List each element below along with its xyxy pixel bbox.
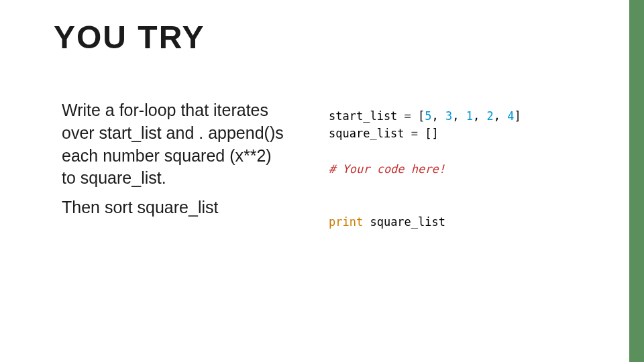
slide: YOU TRY Write a for-loop that iterates o…	[0, 0, 644, 362]
code-number: 2	[487, 109, 494, 123]
code-operator: =	[405, 127, 425, 140]
code-identifier: square_list	[363, 215, 445, 229]
body-paragraph-2: Then sort square_list	[62, 196, 290, 219]
code-bracket: [	[425, 127, 431, 140]
slide-body: Write a for-loop that iterates over star…	[62, 99, 290, 226]
body-paragraph-1: Write a for-loop that iterates over star…	[62, 99, 290, 190]
code-number: 5	[425, 109, 431, 123]
code-bracket: ]	[515, 109, 521, 123]
code-identifier: start_list	[329, 109, 397, 123]
accent-bar	[629, 0, 644, 362]
code-number: 1	[466, 109, 473, 123]
code-comment: # Your code here!	[329, 160, 604, 178]
code-bracket: [	[418, 109, 425, 123]
code-blank-line	[329, 178, 604, 195]
code-blank-line	[329, 196, 604, 213]
code-line-1: start_list = [5, 3, 1, 2, 4]	[329, 107, 604, 125]
code-number: 3	[445, 109, 452, 123]
slide-title: YOU TRY	[54, 19, 205, 56]
code-number: 4	[507, 109, 514, 123]
code-bracket: ]	[432, 127, 439, 140]
code-keyword: print	[329, 215, 363, 229]
code-blank-line	[329, 143, 604, 160]
code-line-2: square_list = []	[329, 125, 604, 142]
code-identifier: square_list	[329, 127, 405, 140]
code-print-line: print square_list	[329, 213, 604, 231]
code-operator: =	[397, 109, 418, 123]
code-snippet: start_list = [5, 3, 1, 2, 4] square_list…	[329, 107, 604, 231]
